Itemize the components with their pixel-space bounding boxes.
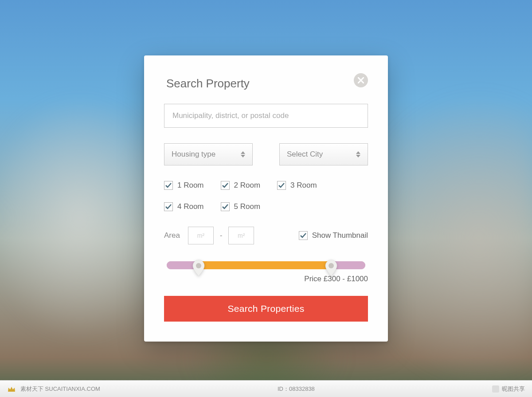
check-icon (165, 204, 172, 210)
checkbox-item-2room: 2 Room (221, 181, 261, 190)
close-icon (358, 77, 364, 83)
checkbox-item-thumbnail: Show Thumbnail (299, 231, 368, 240)
slider-handle-min[interactable] (192, 259, 206, 277)
slider-fill (200, 261, 329, 269)
housing-type-dropdown[interactable]: Housing type (164, 143, 253, 165)
area-max-input[interactable] (228, 227, 254, 244)
area-label: Area (164, 231, 180, 240)
sort-arrows-icon (356, 151, 360, 157)
location-input[interactable] (164, 104, 368, 128)
rooms-row-1: 1 Room 2 Room 3 Room (164, 181, 368, 190)
svg-point-1 (329, 263, 334, 268)
footer-left: 素材天下 SUCAITIANXIA.COM (7, 385, 100, 393)
checkbox-2room[interactable] (221, 181, 230, 190)
checkbox-label: 4 Room (177, 202, 204, 211)
modal-header: Search Property (164, 73, 368, 90)
checkbox-item-3room: 3 Room (277, 181, 317, 190)
check-icon (165, 182, 172, 189)
select-city-dropdown[interactable]: Select City (279, 143, 368, 165)
check-icon (222, 204, 229, 210)
close-button[interactable] (354, 73, 368, 87)
footer-tag: 昵图共享 (492, 385, 525, 393)
checkbox-item-1room: 1 Room (164, 181, 204, 190)
crown-icon (7, 385, 16, 393)
checkbox-3room[interactable] (277, 181, 286, 190)
dropdown-row: Housing type Select City (164, 143, 368, 165)
rooms-row-2: 4 Room 5 Room (164, 202, 368, 211)
area-row: Area - Show Thumbnail (164, 227, 368, 244)
footer-tag-label: 昵图共享 (502, 385, 525, 393)
check-icon (300, 232, 307, 239)
dash-separator: - (220, 232, 222, 240)
checkbox-5room[interactable] (221, 202, 230, 211)
price-slider[interactable] (164, 261, 368, 269)
checkbox-label: 2 Room (234, 181, 261, 190)
checkbox-item-4room: 4 Room (164, 202, 204, 211)
dropdown-label: Select City (287, 150, 323, 159)
pin-icon (192, 259, 206, 277)
footer-id: ID：08332838 (278, 385, 315, 393)
pin-icon (324, 259, 338, 277)
check-icon (222, 182, 229, 189)
modal-title: Search Property (166, 77, 250, 90)
checkbox-label: Show Thumbnail (312, 231, 368, 240)
svg-point-0 (196, 263, 201, 268)
checkbox-item-5room: 5 Room (221, 202, 261, 211)
search-property-modal: Search Property Housing type Select City (144, 55, 388, 342)
dropdown-label: Housing type (172, 150, 215, 159)
checkbox-4room[interactable] (164, 202, 173, 211)
sort-arrows-icon (241, 151, 245, 157)
checkbox-thumbnail[interactable] (299, 231, 308, 240)
tag-icon (492, 385, 499, 393)
slider-handle-max[interactable] (324, 259, 338, 277)
checkbox-1room[interactable] (164, 181, 173, 190)
footer-brand: 素材天下 SUCAITIANXIA.COM (20, 385, 100, 393)
check-icon (278, 182, 285, 189)
checkbox-label: 3 Room (290, 181, 317, 190)
checkbox-label: 1 Room (177, 181, 204, 190)
search-properties-button[interactable]: Search Properties (164, 296, 368, 322)
checkbox-label: 5 Room (234, 202, 261, 211)
page-footer: 素材天下 SUCAITIANXIA.COM ID：08332838 昵图共享 (0, 380, 532, 397)
rooms-section: 1 Room 2 Room 3 Room 4 Room (164, 181, 368, 211)
area-min-input[interactable] (188, 227, 214, 244)
